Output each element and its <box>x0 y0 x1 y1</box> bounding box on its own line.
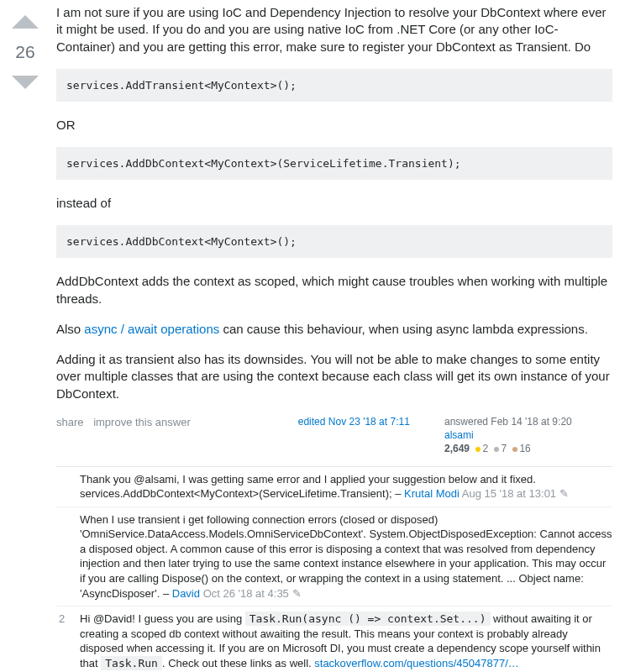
comment-score: 2 <box>56 612 80 672</box>
paragraph-3: Also async / await operations can cause … <box>56 321 612 338</box>
edited-timestamp[interactable]: edited Nov 23 '18 at 7:11 <box>197 416 444 428</box>
comment-link[interactable]: stackoverflow.com/questions/45047877/… <box>314 657 519 669</box>
edit-icon[interactable]: ✎ <box>292 587 302 600</box>
post-body: I am not sure if you are using IoC and D… <box>56 4 612 402</box>
code-block-3: services.AddDbContext<MyContext>(); <box>56 225 612 258</box>
code-block-1: services.AddTransient<MyContext>(); <box>56 69 612 102</box>
bronze-badge-icon <box>512 447 517 452</box>
author-card: answered Feb 14 '18 at 9:20 alsami 2,649… <box>444 416 612 454</box>
answer-content: I am not sure if you are using IoC and D… <box>46 4 621 672</box>
comment-score <box>56 512 80 601</box>
comment-row: 2 Hi @David! I guess you are using Task.… <box>56 606 612 672</box>
inline-code: Task.Run <box>101 656 162 670</box>
comment-user-link[interactable]: Krutal Modi <box>404 487 460 500</box>
inline-code: Task.Run(async () => context.Set...) <box>245 612 491 626</box>
paragraph-2: AddDbContext adds the context as scoped,… <box>56 273 612 307</box>
answer-container: 26 I am not sure if you are using IoC an… <box>0 0 625 672</box>
comment-body: Hi @David! I guess you are using Task.Ru… <box>80 612 612 672</box>
intro-paragraph: I am not sure if you are using IoC and D… <box>56 4 612 55</box>
silver-badge-icon <box>494 447 499 452</box>
edit-icon[interactable]: ✎ <box>559 487 569 500</box>
comment-body: When I use transient i get following con… <box>80 512 612 601</box>
vote-column: 26 <box>4 4 46 672</box>
or-label: OR <box>56 117 612 134</box>
instead-label: instead of <box>56 195 612 212</box>
comment-body: Thank you @alsami, I was getting same er… <box>80 472 612 501</box>
post-footer: share improve this answer edited Nov 23 … <box>56 416 612 454</box>
author-name-link[interactable]: alsami <box>444 429 612 441</box>
author-reputation: 2,649 2 7 16 <box>444 443 612 454</box>
comment-score <box>56 472 80 501</box>
comment-timestamp: Oct 26 '18 at 4:35 <box>203 587 289 600</box>
post-menu: share improve this answer <box>56 416 197 428</box>
improve-link[interactable]: improve this answer <box>93 416 191 428</box>
async-await-link[interactable]: async / await operations <box>84 322 219 336</box>
comments-list: Thank you @alsami, I was getting same er… <box>56 466 612 672</box>
downvote-icon[interactable] <box>10 67 40 97</box>
answered-timestamp: answered Feb 14 '18 at 9:20 <box>444 416 612 428</box>
comment-row: When I use transient i get following con… <box>56 507 612 606</box>
gold-badge-icon <box>475 447 481 452</box>
share-link[interactable]: share <box>56 416 84 428</box>
comment-row: Thank you @alsami, I was getting same er… <box>56 467 612 507</box>
vote-score: 26 <box>15 37 34 67</box>
comment-timestamp: Aug 15 '18 at 13:01 <box>462 487 556 500</box>
upvote-icon[interactable] <box>10 7 40 37</box>
comment-user-link[interactable]: David <box>172 587 200 600</box>
code-block-2: services.AddDbContext<MyContext>(Service… <box>56 147 612 180</box>
paragraph-4: Adding it as transient also has its down… <box>56 351 612 402</box>
